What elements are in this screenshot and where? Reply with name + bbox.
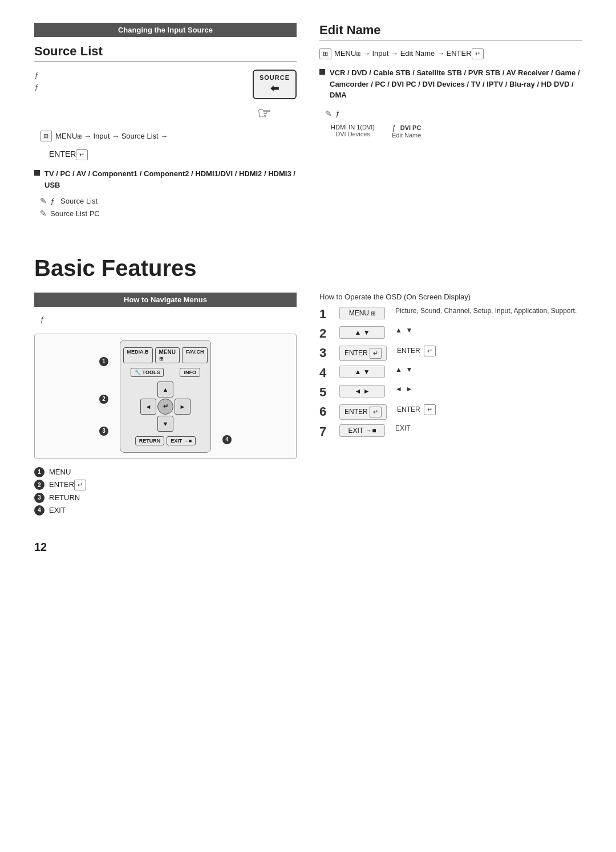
source-list-bullet: TV / PC / AV / Component1 / Component2 /… <box>34 168 297 190</box>
edit-note-pencil-row: ✎ ƒ <box>325 109 582 118</box>
callout-4: 4 <box>222 435 232 444</box>
tools-btn[interactable]: 🔧 TOOLS <box>131 368 164 377</box>
edit-bullet-icon <box>319 69 325 75</box>
osd-row-3: 3 ENTER ↵ ENTER ↵ <box>319 346 582 361</box>
enter-label: ENTER↵ <box>49 149 88 159</box>
media-b-btn[interactable]: MEDIA.B <box>123 347 153 363</box>
hdmi-col1: HDMI IN 1(DVI) DVI Devices <box>331 124 375 139</box>
source-button[interactable]: SOURCE ⬅ <box>253 70 297 99</box>
hdmi-italic-text: ƒ <box>392 124 396 132</box>
callout-1: 1 <box>99 357 108 366</box>
pencil-icon2: ✎ <box>40 209 47 218</box>
dpad-up[interactable]: ▲ <box>157 382 173 397</box>
menu-path-text: MENU⊞ → Input → Source List → <box>55 132 168 140</box>
osd-key-1: MENU ⊞ <box>339 307 385 319</box>
osd-row-5: 5 ◄ ► ◄ ► <box>319 385 582 400</box>
pencil-icon1: ✎ <box>40 196 47 205</box>
label-row-4: 4 EXIT <box>34 505 297 516</box>
edit-name-sub-label: Edit Name <box>392 132 421 139</box>
source-list-column: Changing the Input Source Source List ƒ … <box>34 23 297 221</box>
navigate-menus-column: How to Navigate Menus ƒ 1 2 <box>34 293 297 518</box>
hdmi-in-label: HDMI IN 1(DVI) <box>331 124 375 131</box>
menu-icon: ⊞ <box>40 131 52 141</box>
osd-row-6: 6 ENTER ↵ ENTER ↵ <box>319 404 582 420</box>
edit-name-options: VCR / DVD / Cable STB / Satellite STB / … <box>330 67 582 101</box>
menu-btn[interactable]: MENU⊞ <box>155 347 180 363</box>
navigate-italic-note: ƒ <box>40 314 297 326</box>
osd-desc-2: ▲ ▼ <box>391 326 582 334</box>
fav-ch-btn[interactable]: FAV.CH <box>182 347 208 363</box>
osd-key-7: EXIT →■ <box>339 424 385 437</box>
dpad-left[interactable]: ◄ <box>140 399 156 415</box>
edit-name-column: Edit Name ⊞ MENU⊞ → Input → Edit Name → … <box>319 23 582 221</box>
source-remote-area: ƒ ƒ SOURCE ⬅ ☞ <box>34 70 297 123</box>
osd-key-5: ◄ ► <box>339 385 385 397</box>
osd-num-7: 7 <box>319 424 334 439</box>
return-btn[interactable]: RETURN <box>135 436 165 445</box>
source-note2-text: Source List PC <box>50 209 100 218</box>
basic-features-title: Basic Features <box>34 255 582 281</box>
source-note2: ✎ Source List PC <box>40 209 297 218</box>
dpad-down[interactable]: ▼ <box>157 416 173 432</box>
numbered-labels: 1 MENU 2 ENTER↵ 3 RETURN 4 EXIT <box>34 467 297 516</box>
osd-row-7: 7 EXIT →■ EXIT <box>319 424 582 439</box>
callout-3: 3 <box>99 427 108 436</box>
osd-num-1: 1 <box>319 307 334 322</box>
osd-num-3: 3 <box>319 346 334 360</box>
label-4-text: EXIT <box>49 506 66 514</box>
label-row-2: 2 ENTER↵ <box>34 480 297 490</box>
num-1: 1 <box>34 467 44 477</box>
dpad-empty-tl <box>140 382 156 397</box>
osd-desc-6: ENTER ↵ <box>392 404 582 415</box>
osd-desc-5: ◄ ► <box>391 385 582 393</box>
source-button-icon: ⬅ <box>260 82 290 95</box>
source-note1: ✎ ƒ Source List <box>40 196 297 205</box>
osd-num-5: 5 <box>319 385 334 400</box>
osd-row-4: 4 ▲ ▼ ▲ ▼ <box>319 366 582 380</box>
page-number: 12 <box>34 541 582 554</box>
info-btn[interactable]: INFO <box>180 368 200 377</box>
navigate-menus-header: How to Navigate Menus <box>34 293 297 307</box>
label-row-3: 3 RETURN <box>34 493 297 503</box>
edit-italic-note: ƒ <box>335 109 339 117</box>
osd-num-4: 4 <box>319 366 334 380</box>
osd-column: How to Operate the OSD (On Screen Displa… <box>319 293 582 518</box>
osd-desc-1: Picture, Sound, Channel, Setup, Input, A… <box>391 307 582 315</box>
edit-menu-path-text: MENU⊞ → Input → Edit Name → ENTER↵ <box>334 48 484 59</box>
source-list-options: TV / PC / AV / Component1 / Component2 /… <box>44 168 297 190</box>
bullet-icon <box>34 170 40 176</box>
features-content: How to Navigate Menus ƒ 1 2 <box>34 293 582 518</box>
edit-name-menu-path: ⊞ MENU⊞ → Input → Edit Name → ENTER↵ <box>319 48 582 59</box>
dpad-empty-tr <box>175 382 191 397</box>
dvi-devices-label: DVI Devices <box>331 131 375 137</box>
top-section: Changing the Input Source Source List ƒ … <box>34 23 582 221</box>
edit-name-bullet: VCR / DVD / Cable STB / Satellite STB / … <box>319 67 582 101</box>
remote-control-diagram: 1 2 3 MEDIA.B MENU⊞ <box>34 334 297 459</box>
osd-row-1: 1 MENU ⊞ Picture, Sound, Channel, Setup,… <box>319 307 582 322</box>
source-list-menu-path: ⊞ MENU⊞ → Input → Source List → <box>40 131 297 141</box>
osd-title: How to Operate the OSD (On Screen Displa… <box>319 293 582 301</box>
num-3: 3 <box>34 493 44 503</box>
exit-btn[interactable]: EXIT →■ <box>167 436 196 445</box>
osd-desc-4: ▲ ▼ <box>391 366 582 374</box>
edit-note-area: ✎ ƒ HDMI IN 1(DVI) DVI Devices ƒ DVI PC … <box>319 109 582 139</box>
osd-num-6: 6 <box>319 404 334 419</box>
edit-menu-icon: ⊞ <box>319 48 331 59</box>
source-button-label: SOURCE <box>260 74 290 81</box>
callout-2: 2 <box>99 395 108 404</box>
osd-desc-7: EXIT <box>391 424 582 432</box>
label-2-text: ENTER↵ <box>49 480 86 490</box>
hdmi-col2: ƒ DVI PC Edit Name <box>392 124 421 139</box>
hand-icon: ☞ <box>257 104 297 123</box>
edit-name-title: Edit Name <box>319 23 582 40</box>
dpad-right[interactable]: ► <box>175 399 191 415</box>
osd-key-3: ENTER ↵ <box>339 346 387 361</box>
osd-key-4: ▲ ▼ <box>339 366 385 378</box>
dpad-enter[interactable]: ↵ <box>157 399 173 415</box>
dpad-empty-br <box>175 416 191 432</box>
dpad-empty-bl <box>140 416 156 432</box>
dvi-pc-label: DVI PC <box>400 124 422 131</box>
label-3-text: RETURN <box>49 493 80 502</box>
osd-row-2: 2 ▲ ▼ ▲ ▼ <box>319 326 582 341</box>
osd-key-2: ▲ ▼ <box>339 326 385 339</box>
